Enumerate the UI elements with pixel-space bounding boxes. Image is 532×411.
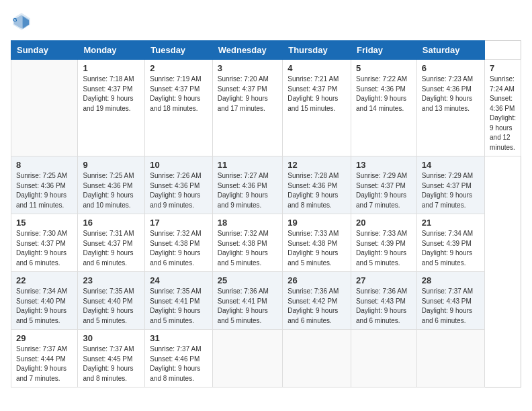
- calendar-cell: 20Sunrise: 7:33 AM Sunset: 4:39 PM Dayli…: [351, 214, 417, 272]
- day-info: Sunrise: 7:29 AM Sunset: 4:37 PM Dayligh…: [356, 171, 412, 210]
- calendar-cell: [283, 330, 351, 387]
- day-number: 2: [150, 63, 207, 73]
- day-number: 7: [490, 63, 516, 73]
- day-info: Sunrise: 7:25 AM Sunset: 4:36 PM Dayligh…: [83, 171, 140, 210]
- day-info: Sunrise: 7:18 AM Sunset: 4:37 PM Dayligh…: [83, 75, 140, 113]
- day-header-sunday: Sunday: [11, 41, 78, 60]
- day-header-saturday: Saturday: [416, 41, 484, 60]
- day-info: Sunrise: 7:24 AM Sunset: 4:36 PM Dayligh…: [490, 75, 516, 152]
- day-number: 17: [150, 218, 207, 228]
- day-info: Sunrise: 7:37 AM Sunset: 4:46 PM Dayligh…: [150, 345, 207, 383]
- day-number: 29: [16, 333, 73, 343]
- logo-icon: G: [11, 11, 32, 32]
- day-number: 6: [422, 63, 480, 73]
- calendar-cell: 25Sunrise: 7:36 AM Sunset: 4:41 PM Dayli…: [212, 272, 283, 330]
- calendar-cell: 22Sunrise: 7:34 AM Sunset: 4:40 PM Dayli…: [11, 272, 78, 330]
- day-number: 30: [83, 333, 140, 343]
- calendar-cell: 30Sunrise: 7:37 AM Sunset: 4:45 PM Dayli…: [78, 330, 145, 387]
- day-number: 12: [287, 160, 346, 170]
- day-number: 31: [150, 333, 207, 343]
- day-info: Sunrise: 7:33 AM Sunset: 4:38 PM Dayligh…: [287, 229, 346, 268]
- day-number: 11: [218, 160, 278, 170]
- day-info: Sunrise: 7:35 AM Sunset: 4:41 PM Dayligh…: [150, 287, 207, 326]
- day-info: Sunrise: 7:37 AM Sunset: 4:43 PM Dayligh…: [422, 287, 480, 326]
- day-info: Sunrise: 7:32 AM Sunset: 4:38 PM Dayligh…: [150, 229, 207, 268]
- calendar-cell: 16Sunrise: 7:31 AM Sunset: 4:37 PM Dayli…: [78, 214, 145, 272]
- day-header-friday: Friday: [351, 41, 417, 60]
- day-info: Sunrise: 7:30 AM Sunset: 4:37 PM Dayligh…: [16, 229, 73, 268]
- day-number: 16: [83, 218, 140, 228]
- calendar-cell: 7Sunrise: 7:24 AM Sunset: 4:36 PM Daylig…: [485, 60, 521, 156]
- day-info: Sunrise: 7:27 AM Sunset: 4:36 PM Dayligh…: [218, 171, 278, 210]
- calendar-cell: 18Sunrise: 7:32 AM Sunset: 4:38 PM Dayli…: [212, 214, 283, 272]
- calendar-cell: 27Sunrise: 7:36 AM Sunset: 4:43 PM Dayli…: [351, 272, 417, 330]
- calendar-cell: 14Sunrise: 7:29 AM Sunset: 4:37 PM Dayli…: [416, 156, 484, 214]
- day-info: Sunrise: 7:26 AM Sunset: 4:36 PM Dayligh…: [150, 171, 207, 210]
- day-header-thursday: Thursday: [283, 41, 351, 60]
- day-info: Sunrise: 7:34 AM Sunset: 4:40 PM Dayligh…: [16, 287, 73, 326]
- day-number: 27: [356, 275, 412, 285]
- calendar-cell: 3Sunrise: 7:20 AM Sunset: 4:37 PM Daylig…: [212, 60, 283, 156]
- day-number: 9: [83, 160, 140, 170]
- day-info: Sunrise: 7:21 AM Sunset: 4:37 PM Dayligh…: [287, 75, 346, 113]
- day-number: 28: [422, 275, 480, 285]
- day-info: Sunrise: 7:23 AM Sunset: 4:36 PM Dayligh…: [422, 75, 480, 113]
- day-info: Sunrise: 7:36 AM Sunset: 4:43 PM Dayligh…: [356, 287, 412, 326]
- day-info: Sunrise: 7:31 AM Sunset: 4:37 PM Dayligh…: [83, 229, 140, 268]
- calendar-cell: [416, 330, 484, 387]
- calendar-cell: 4Sunrise: 7:21 AM Sunset: 4:37 PM Daylig…: [283, 60, 351, 156]
- calendar-week-3: 15Sunrise: 7:30 AM Sunset: 4:37 PM Dayli…: [11, 214, 521, 272]
- day-info: Sunrise: 7:32 AM Sunset: 4:38 PM Dayligh…: [218, 229, 278, 268]
- calendar-cell: 9Sunrise: 7:25 AM Sunset: 4:36 PM Daylig…: [78, 156, 145, 214]
- calendar-header-row: SundayMondayTuesdayWednesdayThursdayFrid…: [11, 41, 521, 60]
- day-number: 8: [16, 160, 73, 170]
- calendar-cell: 10Sunrise: 7:26 AM Sunset: 4:36 PM Dayli…: [145, 156, 212, 214]
- calendar-cell: 23Sunrise: 7:35 AM Sunset: 4:40 PM Dayli…: [78, 272, 145, 330]
- day-info: Sunrise: 7:19 AM Sunset: 4:37 PM Dayligh…: [150, 75, 207, 113]
- calendar-cell: 11Sunrise: 7:27 AM Sunset: 4:36 PM Dayli…: [212, 156, 283, 214]
- calendar-cell: 19Sunrise: 7:33 AM Sunset: 4:38 PM Dayli…: [283, 214, 351, 272]
- calendar-cell: 21Sunrise: 7:34 AM Sunset: 4:39 PM Dayli…: [416, 214, 484, 272]
- calendar-cell: 1Sunrise: 7:18 AM Sunset: 4:37 PM Daylig…: [78, 60, 145, 156]
- day-number: 1: [83, 63, 140, 73]
- day-number: 3: [218, 63, 278, 73]
- day-header-wednesday: Wednesday: [212, 41, 283, 60]
- day-info: Sunrise: 7:28 AM Sunset: 4:36 PM Dayligh…: [287, 171, 346, 210]
- day-info: Sunrise: 7:25 AM Sunset: 4:36 PM Dayligh…: [16, 171, 73, 210]
- calendar-cell: 17Sunrise: 7:32 AM Sunset: 4:38 PM Dayli…: [145, 214, 212, 272]
- calendar-cell: 6Sunrise: 7:23 AM Sunset: 4:36 PM Daylig…: [416, 60, 484, 156]
- calendar-cell: 26Sunrise: 7:36 AM Sunset: 4:42 PM Dayli…: [283, 272, 351, 330]
- day-info: Sunrise: 7:34 AM Sunset: 4:39 PM Dayligh…: [422, 229, 480, 268]
- calendar-week-1: 1Sunrise: 7:18 AM Sunset: 4:37 PM Daylig…: [11, 60, 521, 156]
- calendar-week-2: 8Sunrise: 7:25 AM Sunset: 4:36 PM Daylig…: [11, 156, 521, 214]
- calendar-week-4: 22Sunrise: 7:34 AM Sunset: 4:40 PM Dayli…: [11, 272, 521, 330]
- day-number: 20: [356, 218, 412, 228]
- day-info: Sunrise: 7:37 AM Sunset: 4:45 PM Dayligh…: [83, 345, 140, 383]
- logo: G: [11, 11, 35, 32]
- day-number: 21: [422, 218, 480, 228]
- day-number: 10: [150, 160, 207, 170]
- day-info: Sunrise: 7:29 AM Sunset: 4:37 PM Dayligh…: [422, 171, 480, 210]
- day-number: 25: [218, 275, 278, 285]
- calendar-cell: 12Sunrise: 7:28 AM Sunset: 4:36 PM Dayli…: [283, 156, 351, 214]
- calendar-cell: 8Sunrise: 7:25 AM Sunset: 4:36 PM Daylig…: [11, 156, 78, 214]
- day-number: 4: [287, 63, 346, 73]
- calendar-table: SundayMondayTuesdayWednesdayThursdayFrid…: [11, 40, 521, 387]
- day-info: Sunrise: 7:37 AM Sunset: 4:44 PM Dayligh…: [16, 345, 73, 383]
- day-info: Sunrise: 7:36 AM Sunset: 4:41 PM Dayligh…: [218, 287, 278, 326]
- day-number: 22: [16, 275, 73, 285]
- calendar-cell: 24Sunrise: 7:35 AM Sunset: 4:41 PM Dayli…: [145, 272, 212, 330]
- day-number: 15: [16, 218, 73, 228]
- calendar-cell: [212, 330, 283, 387]
- calendar-cell: 5Sunrise: 7:22 AM Sunset: 4:36 PM Daylig…: [351, 60, 417, 156]
- day-number: 13: [356, 160, 412, 170]
- day-number: 14: [422, 160, 480, 170]
- day-info: Sunrise: 7:35 AM Sunset: 4:40 PM Dayligh…: [83, 287, 140, 326]
- calendar-cell: [11, 60, 78, 156]
- day-number: 19: [287, 218, 346, 228]
- calendar-cell: [351, 330, 417, 387]
- day-header-monday: Monday: [78, 41, 145, 60]
- page-header: G: [11, 11, 521, 32]
- calendar-cell: 29Sunrise: 7:37 AM Sunset: 4:44 PM Dayli…: [11, 330, 78, 387]
- calendar-cell: 15Sunrise: 7:30 AM Sunset: 4:37 PM Dayli…: [11, 214, 78, 272]
